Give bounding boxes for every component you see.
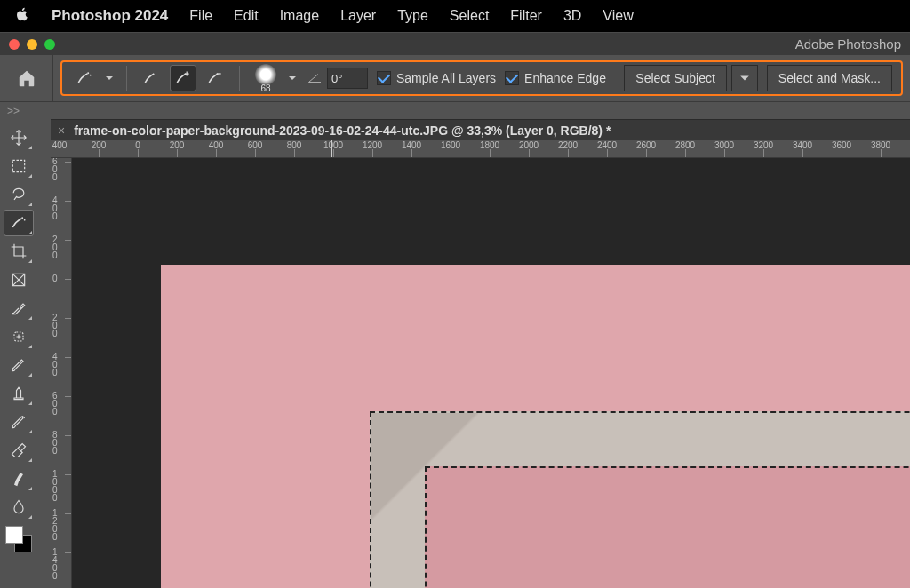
svg-point-4 bbox=[21, 217, 23, 219]
healing-brush-tool[interactable] bbox=[4, 323, 34, 350]
clone-stamp-tool[interactable] bbox=[4, 380, 34, 407]
menu-file[interactable]: File bbox=[189, 8, 212, 24]
canvas[interactable] bbox=[72, 158, 910, 588]
marquee-tool[interactable] bbox=[4, 153, 34, 179]
angle-icon bbox=[307, 72, 323, 84]
window-minimize-button[interactable] bbox=[27, 39, 37, 50]
svg-point-5 bbox=[24, 219, 26, 221]
options-bar-row: 68 Sample All Layers Enhance Edge Select… bbox=[0, 55, 910, 101]
menu-edit[interactable]: Edit bbox=[234, 8, 259, 24]
traffic-lights bbox=[9, 39, 55, 50]
brush-wand-icon bbox=[71, 65, 98, 91]
sample-all-layers-checkbox[interactable]: Sample All Layers bbox=[377, 71, 496, 85]
ruler-h-label: 800 bbox=[287, 140, 302, 150]
brush-size-value: 68 bbox=[260, 83, 270, 93]
panel-collapse-toggle[interactable]: >> bbox=[0, 101, 910, 119]
foreground-color-swatch[interactable] bbox=[5, 526, 23, 544]
ruler-h-label: 1800 bbox=[480, 140, 499, 150]
menu-filter[interactable]: Filter bbox=[510, 8, 542, 24]
ruler-v-label: 200 bbox=[52, 314, 58, 338]
ruler-h-label: 2000 bbox=[519, 140, 539, 150]
left-toolbar bbox=[0, 119, 37, 588]
ruler-cursor-marker bbox=[331, 140, 332, 157]
ruler-h-label: 1400 bbox=[402, 140, 421, 150]
brush-tool[interactable] bbox=[4, 352, 34, 378]
app-name[interactable]: Photoshop 2024 bbox=[52, 7, 168, 25]
brush-mode-group bbox=[138, 65, 228, 91]
chevron-down-icon bbox=[103, 65, 116, 91]
ruler-vertical[interactable]: 6004002000200400600800100012001400 bbox=[51, 158, 72, 588]
chevron-down-icon bbox=[286, 65, 299, 91]
ruler-v-label: 1000 bbox=[52, 470, 58, 502]
frame-tool[interactable] bbox=[4, 266, 34, 293]
ruler-h-label: 2600 bbox=[636, 140, 656, 150]
brush-preview[interactable]: 68 bbox=[251, 64, 299, 93]
ruler-h-label: 2400 bbox=[597, 140, 617, 150]
select-subject-group: Select Subject bbox=[624, 65, 758, 91]
ruler-v-label: 400 bbox=[52, 196, 58, 220]
crop-tool[interactable] bbox=[4, 238, 34, 265]
workspace: × frame-on-color-paper-background-2023-0… bbox=[0, 119, 910, 588]
menu-select[interactable]: Select bbox=[450, 8, 489, 24]
eyedropper-tool[interactable] bbox=[4, 295, 34, 322]
checkbox-icon bbox=[377, 71, 391, 85]
ruler-v-label: 800 bbox=[52, 431, 58, 455]
divider bbox=[239, 66, 240, 91]
history-brush-tool[interactable] bbox=[4, 409, 34, 435]
add-to-selection-icon[interactable] bbox=[170, 65, 196, 91]
svg-point-0 bbox=[87, 72, 89, 74]
select-subject-button[interactable]: Select Subject bbox=[624, 65, 727, 91]
document-tabbar: × frame-on-color-paper-background-2023-0… bbox=[51, 119, 910, 140]
ruler-v-label: 600 bbox=[52, 392, 58, 416]
move-tool[interactable] bbox=[4, 124, 34, 151]
select-and-mask-button[interactable]: Select and Mask... bbox=[767, 65, 892, 91]
ruler-v-label: 1200 bbox=[52, 509, 58, 541]
gradient-tool[interactable] bbox=[4, 465, 34, 492]
subtract-from-selection-icon[interactable] bbox=[202, 65, 228, 91]
window-title: Adobe Photoshop bbox=[795, 36, 901, 52]
brush-angle-input[interactable] bbox=[327, 68, 368, 89]
ruler-h-label: 1000 bbox=[323, 140, 343, 150]
ruler-h-label: 1200 bbox=[363, 140, 382, 150]
document-tab-label[interactable]: frame-on-color-paper-background-2023-09-… bbox=[74, 123, 611, 138]
select-subject-dropdown[interactable] bbox=[731, 65, 758, 91]
options-bar: 68 Sample All Layers Enhance Edge Select… bbox=[60, 60, 903, 96]
menu-type[interactable]: Type bbox=[397, 8, 428, 24]
lasso-tool[interactable] bbox=[4, 181, 34, 208]
eraser-tool[interactable] bbox=[4, 437, 34, 464]
ruler-h-label: 3600 bbox=[832, 140, 851, 150]
svg-point-1 bbox=[90, 75, 92, 76]
menu-3d[interactable]: 3D bbox=[563, 8, 581, 24]
ruler-h-label: 1600 bbox=[441, 140, 460, 150]
svg-point-2 bbox=[85, 74, 86, 75]
window-maximize-button[interactable] bbox=[44, 39, 55, 50]
window-close-button[interactable] bbox=[9, 39, 20, 50]
menu-layer[interactable]: Layer bbox=[340, 8, 376, 24]
enhance-edge-checkbox[interactable]: Enhance Edge bbox=[505, 71, 606, 85]
blur-tool[interactable] bbox=[4, 494, 34, 520]
checkbox-icon bbox=[505, 71, 519, 85]
ruler-v-label: 400 bbox=[52, 353, 58, 377]
ruler-h-label: 200 bbox=[92, 140, 107, 150]
divider bbox=[126, 66, 127, 91]
apple-icon[interactable] bbox=[14, 6, 30, 26]
brush-preview-icon: 68 bbox=[251, 64, 281, 93]
menu-view[interactable]: View bbox=[603, 8, 633, 24]
color-swatches[interactable] bbox=[5, 526, 32, 552]
new-selection-icon[interactable] bbox=[138, 65, 164, 91]
ruler-v-label: 0 bbox=[52, 274, 58, 282]
quick-selection-tool[interactable] bbox=[4, 210, 34, 236]
home-button[interactable] bbox=[0, 55, 53, 101]
ruler-h-label: 3400 bbox=[793, 140, 812, 150]
ruler-horizontal[interactable]: 4002000200400600800100012001400160018002… bbox=[51, 140, 910, 158]
ruler-h-label: 0 bbox=[135, 140, 140, 150]
ruler-v-label: 1400 bbox=[52, 548, 58, 580]
tool-preset[interactable] bbox=[71, 65, 116, 91]
svg-rect-3 bbox=[12, 160, 24, 171]
ruler-h-label: 3200 bbox=[754, 140, 773, 150]
tab-close-icon[interactable]: × bbox=[58, 123, 65, 138]
canvas-selection-frame-outer bbox=[370, 411, 910, 588]
chevron-right-icon: >> bbox=[7, 105, 20, 117]
menu-image[interactable]: Image bbox=[280, 8, 319, 24]
ruler-h-label: 200 bbox=[170, 140, 185, 150]
